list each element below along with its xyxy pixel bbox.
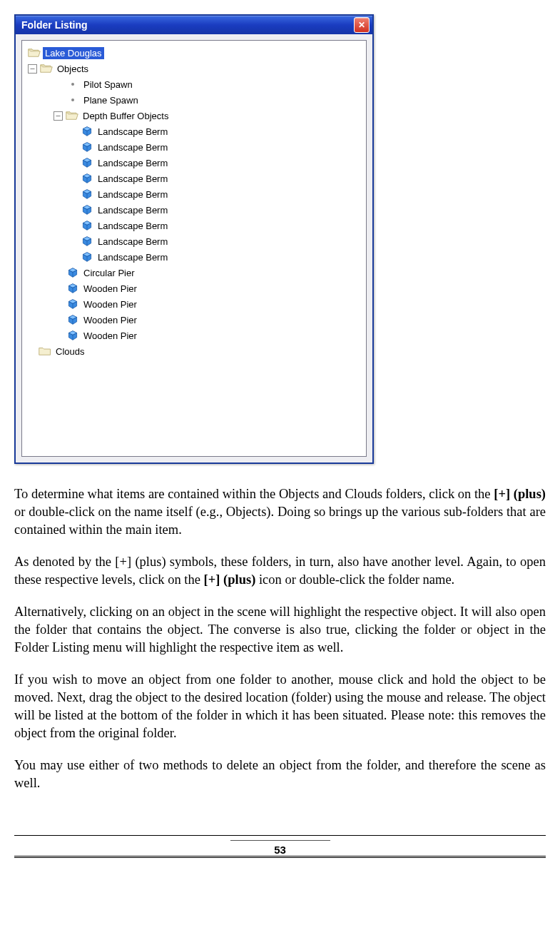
tree-item[interactable]: Landscape Berm — [25, 171, 363, 186]
folder-open-icon — [40, 63, 53, 74]
folder-listing-window: Folder Listing ✕ Lake Douglas – Objects … — [14, 14, 374, 464]
cube-icon — [81, 220, 93, 231]
cube-icon — [81, 204, 93, 216]
page-number: 53 — [274, 844, 286, 856]
body-paragraph: As denoted by the [+] (plus) symbols, th… — [14, 553, 546, 589]
tree-label: Wooden Pier — [81, 330, 139, 342]
cube-icon — [81, 173, 93, 184]
tree-label: Landscape Berm — [96, 126, 170, 138]
folder-closed-icon — [39, 345, 51, 357]
close-icon: ✕ — [358, 20, 365, 30]
tree-view[interactable]: Lake Douglas – Objects Pilot Spawn Plane… — [21, 40, 367, 457]
page-footer: 53 — [14, 835, 546, 858]
cube-icon — [81, 141, 93, 153]
body-paragraph: To determine what items are contained wi… — [14, 485, 546, 539]
tree-item[interactable]: Plane Spawn — [25, 92, 363, 108]
tree-label: Plane Spawn — [81, 94, 141, 106]
tree-label: Depth Buffer Objects — [81, 110, 170, 122]
folder-open-icon — [28, 47, 41, 59]
cube-icon — [66, 330, 79, 341]
tree-label: Landscape Berm — [96, 141, 170, 153]
tree-label: Landscape Berm — [96, 157, 170, 169]
leaf-icon — [66, 94, 79, 106]
tree-item[interactable]: Pilot Spawn — [25, 76, 363, 92]
tree-label: Wooden Pier — [81, 298, 139, 310]
tree-item[interactable]: Wooden Pier — [25, 281, 363, 296]
cube-icon — [66, 298, 79, 310]
tree-item-root[interactable]: Lake Douglas — [25, 45, 363, 61]
tree-label: Pilot Spawn — [81, 79, 135, 91]
tree-label: Landscape Berm — [96, 251, 170, 263]
body-paragraph: If you wish to move an object from one f… — [14, 671, 546, 742]
tree-item[interactable]: Landscape Berm — [25, 233, 363, 249]
leaf-icon — [66, 79, 79, 90]
tree-item[interactable]: Landscape Berm — [25, 186, 363, 202]
tree-label: Clouds — [54, 345, 86, 358]
cube-icon — [66, 283, 79, 294]
tree-item[interactable]: Wooden Pier — [25, 328, 363, 343]
tree-item[interactable]: Circular Pier — [25, 265, 363, 281]
body-paragraph: You may use either of two methods to del… — [14, 757, 546, 792]
tree-label: Lake Douglas — [43, 47, 104, 59]
tree-label: Wooden Pier — [81, 314, 139, 326]
tree-item[interactable]: Landscape Berm — [25, 218, 363, 233]
tree-label: Landscape Berm — [96, 204, 170, 216]
tree-item[interactable]: Wooden Pier — [25, 312, 363, 328]
window-title: Folder Listing — [21, 19, 88, 31]
tree-item-clouds[interactable]: Clouds — [25, 343, 363, 359]
window-titlebar[interactable]: Folder Listing ✕ — [16, 16, 372, 34]
cube-icon — [66, 314, 79, 325]
tree-item[interactable]: Landscape Berm — [25, 139, 363, 155]
tree-item-depth[interactable]: – Depth Buffer Objects — [25, 108, 363, 123]
cube-icon — [81, 157, 93, 168]
folder-open-icon — [66, 110, 78, 121]
tree-label: Wooden Pier — [81, 283, 139, 295]
tree-label: Objects — [55, 63, 91, 75]
cube-icon — [66, 267, 79, 278]
tree-item[interactable]: Wooden Pier — [25, 296, 363, 312]
cube-icon — [81, 188, 93, 200]
tree-item[interactable]: Landscape Berm — [25, 155, 363, 171]
tree-item[interactable]: Landscape Berm — [25, 123, 363, 139]
tree-label: Landscape Berm — [96, 188, 170, 201]
collapse-toggle[interactable]: – — [54, 111, 63, 121]
cube-icon — [81, 251, 93, 263]
body-paragraph: Alternatively, clicking on an object in … — [14, 603, 546, 657]
cube-icon — [81, 236, 93, 247]
tree-label: Landscape Berm — [96, 236, 170, 248]
collapse-toggle[interactable]: – — [28, 64, 37, 74]
tree-label: Circular Pier — [81, 267, 137, 279]
cube-icon — [81, 126, 93, 137]
tree-item-objects[interactable]: – Objects — [25, 61, 363, 76]
tree-label: Landscape Berm — [96, 220, 170, 232]
tree-item[interactable]: Landscape Berm — [25, 249, 363, 265]
close-button[interactable]: ✕ — [354, 17, 370, 33]
tree-label: Landscape Berm — [96, 173, 170, 185]
tree-item[interactable]: Landscape Berm — [25, 202, 363, 218]
